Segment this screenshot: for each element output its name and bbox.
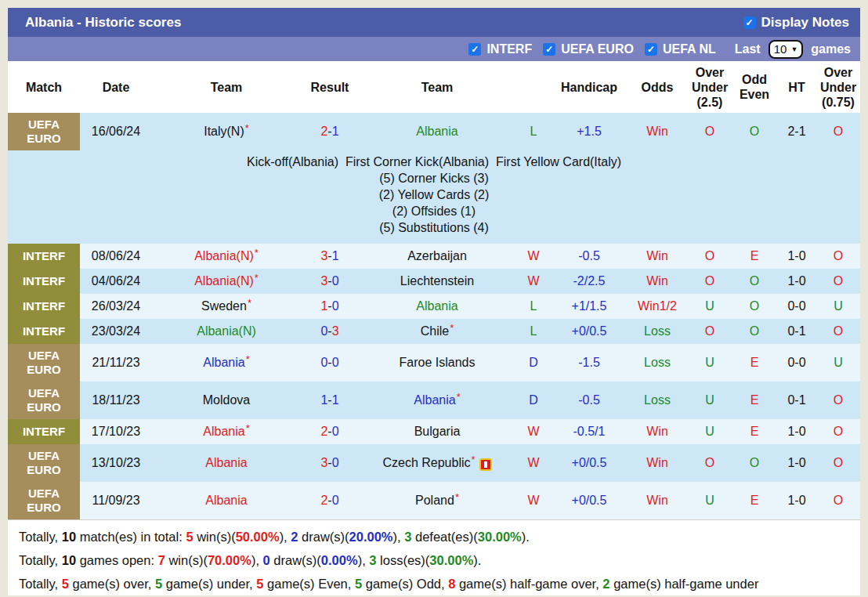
home-team: Sweden*	[152, 294, 301, 319]
match-notes: Kick-off(Albania) First Corner Kick(Alba…	[8, 150, 860, 244]
table-row: UEFA EURO13/10/23Albania3-0Czech Republi…	[8, 444, 860, 482]
over-under-25: O	[688, 113, 732, 150]
column-header: Odd Even	[732, 72, 777, 102]
table-row: UEFA EURO21/11/23Albania*0-0Faroe Island…	[8, 344, 860, 382]
away-team: Liechtenstein	[359, 269, 515, 294]
wdl-indicator: L	[515, 319, 552, 344]
over-under-075: O	[816, 444, 860, 482]
match-type-label: UEFA EURO	[8, 344, 80, 382]
over-under-075: O	[816, 482, 860, 519]
column-header: Team	[152, 80, 301, 95]
odds-result: Win	[627, 482, 688, 519]
page-title: Albania - Historic scores	[25, 15, 181, 31]
home-team: Albania	[152, 482, 301, 519]
star-icon: *	[457, 391, 461, 403]
odds-result: Win1/2	[627, 294, 688, 319]
over-under-25: O	[688, 444, 732, 482]
table-row: INTERF23/03/24Albania(N)0-3Chile*L+0/0.5…	[8, 319, 860, 344]
summary-line: Totally, 10 games open: 7 win(s)(70.00%)…	[19, 548, 860, 572]
competition-checkbox[interactable]: ✓	[645, 43, 657, 56]
table-row: UEFA EURO11/09/23Albania2-0Poland*W+0/0.…	[8, 482, 860, 519]
star-icon: *	[246, 353, 250, 365]
competition-checkbox[interactable]: ✓	[468, 43, 481, 56]
handicap-value: +0/0.5	[552, 319, 627, 344]
match-date: 18/11/23	[80, 382, 152, 419]
star-icon: *	[245, 122, 249, 134]
column-header: Match	[8, 80, 80, 95]
last-games-value: 10	[774, 42, 787, 56]
competition-checkbox[interactable]: ✓	[543, 43, 555, 56]
match-note-line: (5) Substitutions (4)	[8, 219, 860, 236]
column-header: Result	[301, 80, 359, 95]
table-row: UEFA EURO16/06/24Italy(N)*2-1AlbaniaL+1.…	[8, 113, 860, 150]
away-team: Poland*	[359, 482, 515, 519]
handicap-value: -0.5	[552, 244, 627, 269]
table-row: INTERF04/06/24Albania(N)*3-0Liechtenstei…	[8, 269, 860, 294]
team-name: Liechtenstein	[400, 274, 474, 288]
match-type-label: UEFA EURO	[8, 444, 80, 482]
star-icon: *	[248, 297, 251, 309]
filter-bar: ✓INTERF✓UEFA EURO✓UEFA NL Last 10 ▼ game…	[8, 37, 860, 61]
summary-footer: Totally, 10 match(es) in total: 5 win(s)…	[8, 519, 860, 595]
team-name: Italy(N)	[204, 125, 244, 139]
display-notes-checkbox[interactable]: ✓	[743, 16, 756, 29]
games-label: games	[811, 42, 851, 56]
match-date: 04/06/24	[80, 269, 152, 294]
star-icon: *	[455, 491, 459, 503]
team-name: Albania	[414, 393, 455, 407]
last-games-select[interactable]: 10 ▼	[769, 40, 804, 59]
match-note-line: (2) Yellow Cards (2)	[8, 186, 860, 203]
star-icon: *	[472, 454, 476, 465]
home-team: Albania	[152, 444, 301, 482]
home-team: Albania*	[152, 344, 301, 382]
over-under-25: O	[688, 269, 732, 294]
red-card-icon	[479, 458, 492, 471]
team-name: Poland	[415, 494, 454, 508]
match-type-label: INTERF	[8, 319, 80, 344]
team-name: Czech Republic	[382, 456, 470, 470]
odd-even: E	[732, 482, 777, 519]
match-result: 1-1	[301, 382, 359, 419]
team-name: Bulgaria	[414, 425, 461, 439]
odds-result: Loss	[627, 382, 688, 419]
home-team: Albania(N)	[152, 319, 301, 344]
over-under-075: O	[816, 319, 860, 344]
over-under-075: O	[816, 419, 860, 444]
team-name: Albania(N)	[194, 274, 254, 288]
match-type-label: INTERF	[8, 294, 80, 319]
home-team: Italy(N)*	[152, 113, 301, 150]
over-under-25: U	[688, 344, 732, 382]
summary-line: Totally, 5 game(s) over, 5 game(s) under…	[19, 572, 860, 595]
away-team: Azerbaijan	[359, 244, 515, 269]
wdl-indicator: W	[515, 269, 552, 294]
handicap-value: -2/2.5	[552, 269, 627, 294]
match-type-label: UEFA EURO	[8, 113, 80, 150]
match-type-label: INTERF	[8, 244, 80, 269]
over-under-075: U	[816, 294, 860, 319]
handicap-value: -0.5/1	[552, 419, 627, 444]
away-team: Faroe Islands	[359, 344, 515, 382]
home-team: Albania(N)*	[152, 244, 301, 269]
match-date: 16/06/24	[80, 113, 152, 150]
odd-even: O	[732, 444, 777, 482]
column-header: Odds	[627, 80, 688, 95]
odd-even: E	[732, 344, 777, 382]
competition-label: UEFA NL	[663, 42, 716, 56]
over-under-25: O	[688, 244, 732, 269]
competition-filters: ✓INTERF✓UEFA EURO✓UEFA NL	[468, 42, 726, 56]
competition-label: INTERF	[486, 42, 532, 56]
half-time-score: 0-1	[777, 382, 816, 419]
half-time-score: 1-0	[777, 444, 816, 482]
wdl-indicator: L	[515, 113, 552, 150]
wdl-indicator: W	[515, 419, 552, 444]
over-under-25: U	[688, 294, 732, 319]
table-row: UEFA EURO18/11/23Moldova1-1Albania*D-0.5…	[8, 382, 860, 419]
match-date: 21/11/23	[80, 344, 152, 382]
match-date: 11/09/23	[80, 482, 152, 519]
odds-result: Win	[627, 444, 688, 482]
match-date: 23/03/24	[80, 319, 152, 344]
wdl-indicator: D	[515, 344, 552, 382]
match-type-label: UEFA EURO	[8, 482, 80, 519]
match-date: 17/10/23	[80, 419, 152, 444]
title-bar: Albania - Historic scores ✓ Display Note…	[8, 8, 860, 37]
